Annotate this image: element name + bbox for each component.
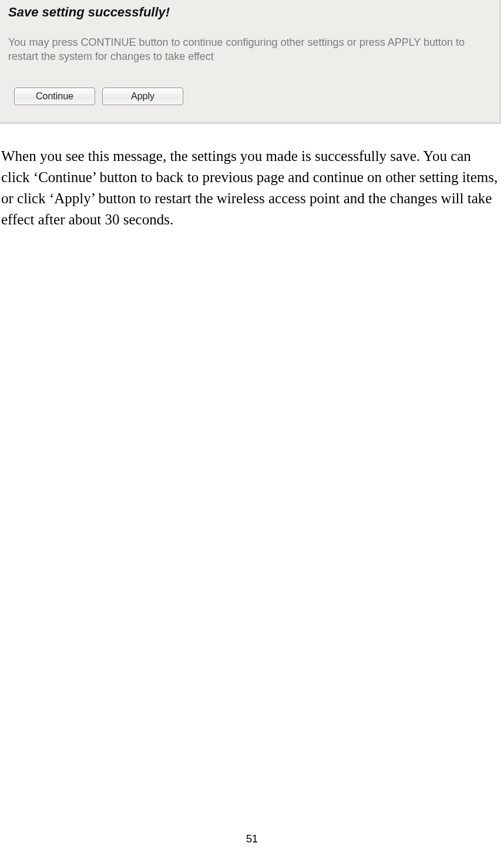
continue-button[interactable]: Continue — [14, 88, 95, 105]
dialog-note: You may press CONTINUE button to continu… — [8, 35, 492, 64]
explanation-paragraph: When you see this message, the settings … — [0, 143, 502, 231]
button-row: Continue Apply — [14, 88, 492, 105]
page-number: 51 — [0, 833, 504, 845]
apply-button[interactable]: Apply — [102, 88, 183, 105]
save-settings-dialog: Save setting successfully! You may press… — [0, 0, 500, 123]
dialog-title: Save setting successfully! — [8, 5, 492, 20]
